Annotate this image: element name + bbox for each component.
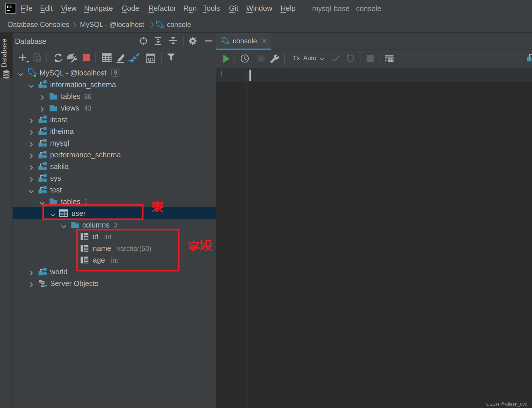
svg-text:QL: QL bbox=[148, 57, 155, 62]
svg-text:p: p bbox=[260, 56, 262, 61]
svg-text:DG: DG bbox=[7, 5, 12, 9]
